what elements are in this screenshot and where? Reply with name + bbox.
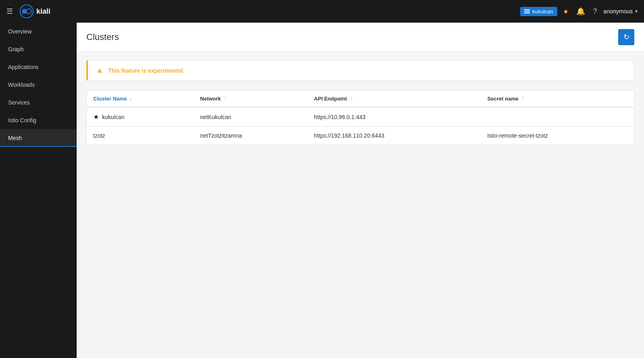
main-content: Clusters ↻ ▲ This feature is experimenta… <box>77 23 644 358</box>
refresh-icon: ↻ <box>623 33 629 42</box>
sidebar-item-istio-config-label: Istio Config <box>8 117 36 124</box>
notifications-button[interactable]: 🔔 <box>575 5 587 17</box>
home-cluster-star-icon: ★ <box>93 113 99 121</box>
bell-icon: 🔔 <box>576 7 585 16</box>
cluster-name-value-kukulcan: kukulcan <box>102 114 124 120</box>
clusters-table-container: Cluster Name ↑ Network ⋮ <box>86 90 634 145</box>
network-filter-icon[interactable]: ⋮ <box>223 96 228 101</box>
network-cell-kukulcan: netKukulcan <box>194 107 307 127</box>
kiali-logo-svg <box>19 4 34 19</box>
network-value-tzotz: netTzotzItzamna <box>200 132 242 139</box>
cluster-name-sort-link[interactable]: Cluster Name <box>93 96 127 102</box>
api-endpoint-cell-tzotz: https://192.168.110.20:6443 <box>307 127 481 145</box>
sidebar-item-mesh-label: Mesh <box>8 135 22 141</box>
warning-triangle-icon: ▲ <box>96 66 103 75</box>
column-header-api-endpoint: API Endpoint ⋮ <box>307 91 481 107</box>
sidebar-item-services[interactable]: Services <box>0 94 77 111</box>
namespace-selector[interactable]: kukulcan <box>520 7 557 16</box>
secret-name-column-label: Secret name <box>487 96 519 102</box>
user-menu[interactable]: anonymous ▾ <box>604 8 638 15</box>
content-area: ▲ This feature is experimental. Cluster … <box>77 52 644 358</box>
sidebar-item-overview[interactable]: Overview <box>0 23 77 40</box>
sidebar-item-mesh[interactable]: Mesh <box>0 129 77 147</box>
sidebar-item-graph[interactable]: Graph <box>0 40 77 58</box>
namespace-grid-icon <box>524 9 530 13</box>
network-column-label: Network <box>200 96 221 102</box>
sidebar-item-workloads-label: Workloads <box>8 82 35 88</box>
network-cell-tzotz: netTzotzItzamna <box>194 127 307 145</box>
secret-name-filter-icon[interactable]: ⋮ <box>521 96 525 101</box>
refresh-button[interactable]: ↻ <box>618 29 634 45</box>
secret-name-value-tzotz: istio-remote-secret-tzotz <box>487 132 548 139</box>
api-endpoint-column-label: API Endpoint <box>314 96 347 102</box>
sidebar-item-istio-config[interactable]: Istio Config <box>0 111 77 129</box>
api-endpoint-filter-icon[interactable]: ⋮ <box>349 96 354 101</box>
kiali-logo: kiali <box>19 4 50 19</box>
warning-message: This feature is experimental. <box>108 67 184 74</box>
help-button[interactable]: ? <box>592 6 599 17</box>
circle-status-icon: ● <box>564 7 568 16</box>
secret-name-cell-tzotz: istio-remote-secret-tzotz <box>481 127 634 145</box>
clusters-table: Cluster Name ↑ Network ⋮ <box>87 91 634 144</box>
page-title: Clusters <box>86 32 119 42</box>
kiali-logo-text: kiali <box>36 7 50 16</box>
column-header-cluster-name[interactable]: Cluster Name ↑ <box>87 91 194 107</box>
cluster-name-cell-tzotz: tzotz <box>87 127 194 145</box>
api-endpoint-cell-kukulcan: https://10.96.0.1:443 <box>307 107 481 127</box>
sidebar-item-overview-label: Overview <box>8 28 31 35</box>
table-row: tzotz netTzotzItzamna https://192.168.11… <box>87 127 634 145</box>
experimental-warning-banner: ▲ This feature is experimental. <box>86 60 634 81</box>
column-header-secret-name: Secret name ⋮ <box>481 91 634 107</box>
sidebar: Overview Graph Applications Workloads Se… <box>0 23 77 358</box>
top-navigation: ☰ kiali kukulcan ● 🔔 ? anonymous ▾ <box>0 0 644 23</box>
user-label: anonymous <box>604 8 633 15</box>
sort-ascending-icon: ↑ <box>130 96 132 101</box>
cluster-name-value-tzotz: tzotz <box>93 132 105 139</box>
app-body: Overview Graph Applications Workloads Se… <box>0 23 644 358</box>
user-menu-arrow-icon: ▾ <box>635 8 638 14</box>
column-header-network: Network ⋮ <box>194 91 307 107</box>
namespace-label: kukulcan <box>532 8 553 15</box>
sidebar-item-services-label: Services <box>8 99 30 106</box>
network-value-kukulcan: netKukulcan <box>200 114 231 120</box>
topnav-right-section: kukulcan ● 🔔 ? anonymous ▾ <box>520 5 638 17</box>
sidebar-item-applications-label: Applications <box>8 64 39 70</box>
table-row: ★ kukulcan netKukulcan https://10.96.0.1… <box>87 107 634 127</box>
sidebar-item-applications[interactable]: Applications <box>0 58 77 76</box>
page-header: Clusters ↻ <box>77 23 644 52</box>
table-header: Cluster Name ↑ Network ⋮ <box>87 91 634 107</box>
secret-name-cell-kukulcan <box>481 107 634 127</box>
hamburger-menu-icon[interactable]: ☰ <box>6 8 13 15</box>
svg-point-2 <box>26 9 31 14</box>
table-body: ★ kukulcan netKukulcan https://10.96.0.1… <box>87 107 634 144</box>
status-indicator-button[interactable]: ● <box>562 6 570 17</box>
api-endpoint-value-tzotz: https://192.168.110.20:6443 <box>314 132 384 139</box>
question-icon: ? <box>593 7 597 16</box>
sidebar-item-graph-label: Graph <box>8 46 24 52</box>
api-endpoint-value-kukulcan: https://10.96.0.1:443 <box>314 114 366 120</box>
table-header-row: Cluster Name ↑ Network ⋮ <box>87 91 634 107</box>
cluster-name-cell-kukulcan: ★ kukulcan <box>87 107 194 127</box>
sidebar-item-workloads[interactable]: Workloads <box>0 76 77 94</box>
